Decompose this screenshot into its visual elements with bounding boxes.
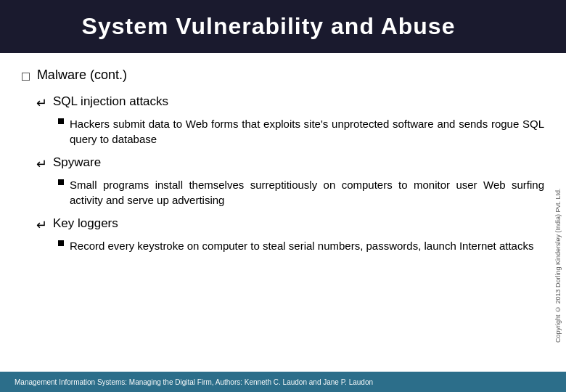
main-bullet: □ Malware (cont.) [22, 68, 544, 84]
section-spyware: ↵ Spyware [36, 155, 544, 172]
checkbox-icon: □ [22, 69, 30, 84]
copyright-sidebar: Copyright © 2013 Dorling Kindersley (Ind… [554, 111, 562, 343]
copyright-text: Copyright © 2013 Dorling Kindersley (Ind… [554, 188, 562, 343]
section-title-sql: SQL injection attacks [53, 94, 168, 109]
section-title-keyloggers: Key loggers [53, 216, 118, 231]
main-bullet-text: Malware (cont.) [37, 68, 127, 83]
arrow-icon-spyware: ↵ [36, 156, 47, 172]
content-area: □ Malware (cont.) ↵ SQL injection attack… [0, 53, 566, 372]
sub-text-spyware: Small programs install themselves surrep… [70, 177, 544, 208]
slide-title: System Vulnerability and Abuse [0, 0, 566, 53]
sub-text-sql: Hackers submit data to Web forms that ex… [70, 116, 544, 147]
square-bullet-keyloggers [58, 240, 64, 246]
slide: System Vulnerability and Abuse □ Malware… [0, 0, 566, 392]
arrow-icon-sql: ↵ [36, 95, 47, 111]
square-bullet-spyware [58, 179, 64, 185]
arrow-icon-keyloggers: ↵ [36, 217, 47, 233]
section-title-spyware: Spyware [53, 155, 101, 170]
title-text: System Vulnerability and Abuse [82, 13, 456, 39]
sub-bullet-sql: Hackers submit data to Web forms that ex… [58, 116, 544, 147]
sub-text-keyloggers: Record every keystroke on computer to st… [70, 238, 533, 253]
square-bullet-sql [58, 118, 64, 124]
section-sql: ↵ SQL injection attacks [36, 94, 544, 111]
sub-bullet-keyloggers: Record every keystroke on computer to st… [58, 238, 544, 253]
footer-text: Management Information Systems: Managing… [15, 378, 373, 386]
footer-bar: Management Information Systems: Managing… [0, 372, 566, 392]
sub-bullet-spyware: Small programs install themselves surrep… [58, 177, 544, 208]
section-keyloggers: ↵ Key loggers [36, 216, 544, 233]
